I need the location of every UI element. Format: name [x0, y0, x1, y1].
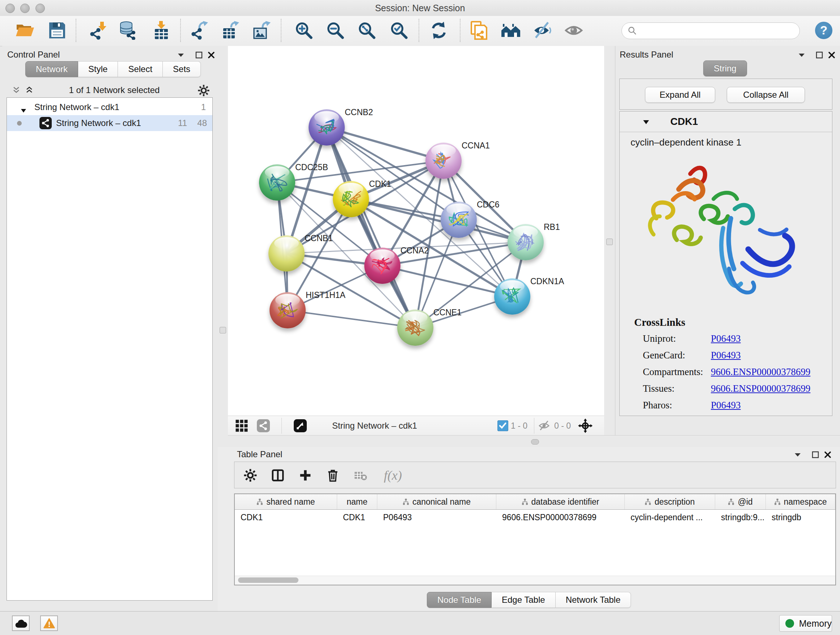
- delete-table-icon[interactable]: [352, 467, 368, 483]
- export-table-icon[interactable]: [220, 20, 240, 41]
- network-node-cdk1[interactable]: [333, 181, 369, 217]
- network-view-share-icon[interactable]: [256, 418, 271, 433]
- tab-style[interactable]: Style: [78, 61, 118, 77]
- export-network-icon[interactable]: [189, 20, 210, 41]
- pan-crosshair-icon[interactable]: [578, 418, 592, 433]
- save-session-icon[interactable]: [47, 20, 67, 41]
- table-cell[interactable]: CDK1: [235, 510, 337, 525]
- tab-node-table[interactable]: Node Table: [427, 592, 492, 608]
- table-row[interactable]: CDK1CDK1P064939606.ENSP00000378699cyclin…: [235, 510, 835, 525]
- zoom-in-icon[interactable]: [294, 20, 314, 41]
- network-node-ccna1[interactable]: [425, 143, 462, 179]
- column-header-name[interactable]: name: [337, 494, 377, 509]
- network-node-hist1h1a[interactable]: [270, 292, 306, 328]
- table-settings-gear-icon[interactable]: [242, 467, 258, 483]
- birds-eye-view-icon[interactable]: [293, 418, 308, 433]
- float-panel-icon[interactable]: [815, 51, 823, 60]
- export-image-icon[interactable]: [252, 20, 272, 41]
- tab-network-table[interactable]: Network Table: [556, 592, 631, 608]
- selected-checkbox-icon[interactable]: [496, 418, 510, 433]
- memory-button[interactable]: Memory: [779, 615, 832, 632]
- crosslink-link[interactable]: 9606.ENSP00000378699: [711, 366, 810, 378]
- crosslink-link[interactable]: P06493: [711, 333, 741, 344]
- panel-menu-icon[interactable]: [177, 52, 185, 59]
- grid-view-icon[interactable]: [234, 418, 249, 433]
- column-header-canonical-name[interactable]: canonical name: [377, 494, 496, 509]
- expand-all-button[interactable]: Expand All: [645, 87, 715, 103]
- table-cell[interactable]: 9606.ENSP00000378699: [496, 510, 625, 525]
- scrollbar-thumb[interactable]: [238, 578, 298, 583]
- column-header-namespace[interactable]: namespace: [766, 494, 835, 509]
- network-node-ccne1[interactable]: [397, 310, 433, 346]
- cloud-button[interactable]: [12, 616, 30, 631]
- close-panel-icon[interactable]: [828, 51, 836, 60]
- network-options-gear-icon[interactable]: [197, 84, 210, 98]
- panel-menu-icon[interactable]: [794, 452, 801, 459]
- expand-all-chevron-icon[interactable]: [25, 87, 34, 96]
- open-file-icon[interactable]: [14, 20, 35, 41]
- tab-select[interactable]: Select: [118, 61, 163, 77]
- column-header--id[interactable]: @id: [715, 494, 766, 509]
- collapse-triangle-icon[interactable]: [21, 105, 27, 115]
- horizontal-scrollbar[interactable]: [235, 576, 835, 585]
- table-cell[interactable]: P06493: [377, 510, 496, 525]
- column-header-database-identifier[interactable]: database identifier: [496, 494, 625, 509]
- warnings-button[interactable]: [40, 616, 58, 631]
- splitter-handle[interactable]: [531, 439, 539, 445]
- zoom-fit-icon[interactable]: [357, 20, 377, 41]
- network-node-ccnb1[interactable]: [268, 235, 305, 272]
- zoom-selected-icon[interactable]: [389, 20, 409, 41]
- close-panel-icon[interactable]: [824, 451, 832, 460]
- float-panel-icon[interactable]: [812, 451, 819, 460]
- table-cell[interactable]: cyclin-dependent ...: [625, 510, 715, 525]
- horizontal-splitter[interactable]: [228, 435, 840, 448]
- crosslink-link[interactable]: P06493: [711, 350, 741, 361]
- tab-network[interactable]: Network: [25, 61, 78, 77]
- refresh-icon[interactable]: [429, 20, 449, 41]
- network-node-ccna2[interactable]: [364, 248, 401, 284]
- crosslink-link[interactable]: P06493: [711, 400, 741, 411]
- home-icon[interactable]: [501, 20, 521, 41]
- tab-sets[interactable]: Sets: [163, 61, 201, 77]
- table-cell[interactable]: stringdb:9...: [715, 510, 766, 525]
- copy-session-icon[interactable]: [469, 20, 489, 41]
- close-panel-icon[interactable]: [207, 51, 215, 60]
- help-button[interactable]: ?: [815, 22, 832, 39]
- node-table[interactable]: shared namenamecanonical namedatabase id…: [234, 494, 836, 585]
- float-panel-icon[interactable]: [195, 51, 203, 60]
- hide-selected-eye-slash-icon[interactable]: [532, 20, 553, 41]
- import-network-icon[interactable]: [88, 20, 108, 41]
- show-columns-icon[interactable]: [270, 467, 286, 483]
- network-node-cdc25b[interactable]: [259, 165, 295, 201]
- collapse-triangle-icon[interactable]: [643, 119, 649, 126]
- splitter-handle[interactable]: [219, 327, 226, 333]
- network-node-cdkn1a[interactable]: [494, 279, 531, 315]
- crosslink-link[interactable]: 9606.ENSP00000378699: [711, 383, 810, 394]
- tab-edge-table[interactable]: Edge Table: [492, 592, 556, 608]
- delete-column-trash-icon[interactable]: [325, 467, 341, 483]
- protein-section-header[interactable]: CDK1: [620, 111, 832, 132]
- import-table-icon[interactable]: [151, 20, 172, 41]
- panel-menu-icon[interactable]: [798, 52, 805, 59]
- network-node-ccnb2[interactable]: [309, 109, 345, 146]
- column-header-shared-name[interactable]: shared name: [235, 494, 337, 509]
- import-network-from-database-icon[interactable]: [118, 20, 139, 41]
- tab-string[interactable]: String: [703, 60, 747, 76]
- network-node-cdc6[interactable]: [441, 202, 477, 238]
- network-row-selected[interactable]: String Network – cdk1 11 48: [7, 115, 212, 131]
- search-input[interactable]: [622, 22, 800, 39]
- splitter-handle[interactable]: [606, 239, 613, 245]
- network-node-rb1[interactable]: [508, 224, 544, 260]
- collapse-all-button[interactable]: Collapse All: [727, 87, 805, 103]
- column-header-description[interactable]: description: [625, 494, 715, 509]
- show-all-eye-icon[interactable]: [564, 20, 584, 41]
- network-canvas[interactable]: CCNB2CCNA1CDC25BCDK1CDC6RB1CCNB1CCNA2CDK…: [228, 46, 604, 416]
- add-column-plus-icon[interactable]: [297, 467, 313, 483]
- table-cell[interactable]: stringdb: [766, 510, 835, 525]
- zoom-out-icon[interactable]: [325, 20, 346, 41]
- table-cell[interactable]: CDK1: [337, 510, 377, 525]
- function-builder-icon[interactable]: f(x): [378, 467, 407, 483]
- collapse-all-chevron-icon[interactable]: [11, 87, 21, 96]
- vertical-splitter-right[interactable]: [604, 46, 615, 435]
- network-collection-row[interactable]: String Network – cdk1 1: [7, 99, 212, 115]
